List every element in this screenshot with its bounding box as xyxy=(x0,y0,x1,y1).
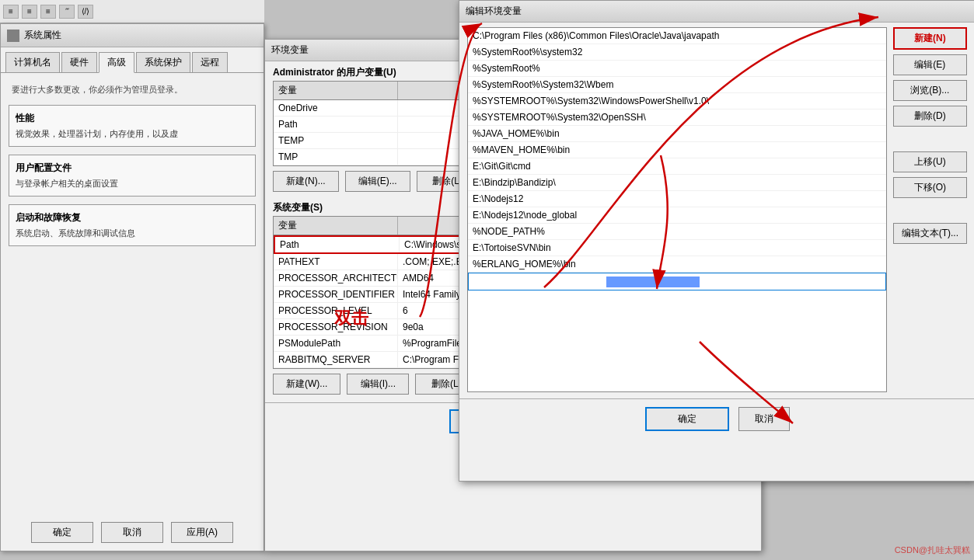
sys-props-tabs: 计算机名 硬件 高级 系统保护 远程 xyxy=(1,47,264,73)
sys-props-bottom-buttons: 确定 取消 应用(A) xyxy=(9,522,256,543)
path-item-2[interactable]: %SystemRoot% xyxy=(468,61,886,77)
tab-system-protection[interactable]: 系统保护 xyxy=(136,52,190,72)
system-var-name-rabbitmq: RABBITMQ_SERVER xyxy=(274,352,398,367)
tab-advanced[interactable]: 高级 xyxy=(99,52,134,73)
toolbar-icon-4[interactable]: ‴ xyxy=(59,5,75,19)
sys-apply-button[interactable]: 应用(A) xyxy=(171,522,233,543)
sys-props-title: 系统属性 xyxy=(24,29,61,42)
path-item-6[interactable]: %JAVA_HOME%\bin xyxy=(468,126,886,142)
path-item-9[interactable]: E:\Bindzip\Bandizip\ xyxy=(468,175,886,191)
path-edit-button[interactable]: 编辑(E) xyxy=(893,54,967,75)
tab-computer-name[interactable]: 计算机名 xyxy=(5,52,60,72)
double-click-annotation: 双击 xyxy=(334,307,368,330)
toolbar-icon-2[interactable]: ≡ xyxy=(22,5,37,19)
path-item-11[interactable]: E:\Nodejs12\node_global xyxy=(468,207,886,224)
spacer xyxy=(893,131,967,147)
system-var-name-proc-arch: PROCESSOR_ARCHITECTURE xyxy=(274,270,398,286)
spacer2 xyxy=(893,203,967,218)
path-move-up-button[interactable]: 上移(U) xyxy=(893,151,967,172)
path-move-down-button[interactable]: 下移(O) xyxy=(893,177,967,198)
system-var-name-path: Path xyxy=(275,237,400,252)
edit-path-bottom-buttons: 确定 取消 xyxy=(459,398,974,439)
path-item-15-cursor xyxy=(606,277,700,287)
system-var-name-pathext: PATHEXT xyxy=(274,254,398,270)
path-item-15-text: %RABBITMQ_SERVER%\sbin xyxy=(473,276,602,287)
user-vars-col-name: 变量 xyxy=(274,82,398,99)
toolbar-icon-1[interactable]: ≡ xyxy=(3,5,19,19)
performance-desc: 视觉效果，处理器计划，内存使用，以及虚 xyxy=(16,128,249,140)
startup-recovery-title: 启动和故障恢复 xyxy=(16,211,249,224)
path-browse-button[interactable]: 浏览(B)... xyxy=(893,80,967,101)
edit-path-title: 编辑环境变量 xyxy=(466,5,522,16)
system-new-button[interactable]: 新建(W)... xyxy=(273,374,340,395)
user-profiles-section: 用户配置文件 与登录帐户相关的桌面设置 xyxy=(9,155,256,197)
path-edit-text-button[interactable]: 编辑文本(T)... xyxy=(893,223,967,244)
edit-path-main-area: C:\Program Files (x86)\Common Files\Orac… xyxy=(467,27,967,392)
path-item-14[interactable]: %ERLANG_HOME%\bin xyxy=(468,256,886,273)
startup-recovery-section: 启动和故障恢复 系统启动、系统故障和调试信息 xyxy=(9,204,256,246)
path-item-0[interactable]: C:\Program Files (x86)\Common Files\Orac… xyxy=(468,28,886,44)
sys-ok-button[interactable]: 确定 xyxy=(31,522,93,543)
startup-recovery-desc: 系统启动、系统故障和调试信息 xyxy=(16,228,249,239)
toolbar-area: ≡ ≡ ≡ ‴ ⟨/⟩ xyxy=(0,0,264,23)
path-item-3[interactable]: %SystemRoot%\System32\Wbem xyxy=(468,77,886,93)
system-edit-button[interactable]: 编辑(I)... xyxy=(347,374,409,395)
path-ok-button[interactable]: 确定 xyxy=(645,407,729,431)
path-item-5[interactable]: %SYSTEMROOT%\System32\OpenSSH\ xyxy=(468,110,886,126)
user-edit-button[interactable]: 编辑(E)... xyxy=(345,171,410,192)
path-item-15[interactable]: %RABBITMQ_SERVER%\sbin xyxy=(468,273,886,290)
user-var-name-onedrive: OneDrive xyxy=(274,100,398,116)
user-var-name-temp: TEMP xyxy=(274,133,398,148)
user-new-button[interactable]: 新建(N)... xyxy=(273,171,339,192)
tab-remote[interactable]: 远程 xyxy=(192,52,228,72)
user-profiles-desc: 与登录帐户相关的桌面设置 xyxy=(16,178,249,190)
system-vars-col-name: 变量 xyxy=(274,217,398,235)
user-profiles-title: 用户配置文件 xyxy=(16,162,249,175)
tab-hardware[interactable]: 硬件 xyxy=(61,52,97,72)
edit-path-window: 编辑环境变量 C:\Program Files (x86)\Common Fil… xyxy=(459,0,974,482)
system-var-name-psmodule: PSModulePath xyxy=(274,336,398,351)
require-admin-notice: 要进行大多数更改，你必须作为管理员登录。 xyxy=(9,81,256,99)
system-properties-window: 系统属性 计算机名 硬件 高级 系统保护 远程 要进行大多数更改，你必须作为管理… xyxy=(0,23,264,551)
env-vars-title: 环境变量 xyxy=(271,44,309,55)
path-delete-button[interactable]: 删除(D) xyxy=(893,106,967,127)
path-item-1[interactable]: %SystemRoot%\system32 xyxy=(468,44,886,61)
watermark: CSDN@扎哇太巽糕 xyxy=(895,544,970,556)
path-item-8[interactable]: E:\Git\Git\cmd xyxy=(468,158,886,175)
sys-props-titlebar: 系统属性 xyxy=(1,24,264,47)
user-var-name-path: Path xyxy=(274,117,398,132)
performance-title: 性能 xyxy=(16,112,249,125)
path-new-button[interactable]: 新建(N) xyxy=(893,27,967,50)
toolbar-icon-5[interactable]: ⟨/⟩ xyxy=(78,5,93,19)
performance-section: 性能 视觉效果，处理器计划，内存使用，以及虚 xyxy=(9,105,256,147)
path-item-4[interactable]: %SYSTEMROOT%\System32\WindowsPowerShell\… xyxy=(468,93,886,110)
edit-path-titlebar: 编辑环境变量 xyxy=(459,1,974,23)
path-cancel-button[interactable]: 取消 xyxy=(738,407,790,431)
sys-cancel-button[interactable]: 取消 xyxy=(101,522,163,543)
sys-props-content: 要进行大多数更改，你必须作为管理员登录。 性能 视觉效果，处理器计划，内存使用，… xyxy=(1,73,264,262)
path-item-13[interactable]: E:\TortoiseSVN\bin xyxy=(468,240,886,256)
sys-props-title-icon xyxy=(7,30,19,42)
toolbar-icon-3[interactable]: ≡ xyxy=(40,5,56,19)
edit-path-right-buttons: 新建(N) 编辑(E) 浏览(B)... 删除(D) 上移(U) 下移(O) 编… xyxy=(887,27,967,392)
path-item-10[interactable]: E:\Nodejs12 xyxy=(468,191,886,207)
path-item-7[interactable]: %MAVEN_HOME%\bin xyxy=(468,142,886,158)
path-item-12[interactable]: %NODE_PATH% xyxy=(468,224,886,240)
path-list[interactable]: C:\Program Files (x86)\Common Files\Orac… xyxy=(467,27,887,392)
system-var-name-proc-id: PROCESSOR_IDENTIFIER xyxy=(274,287,398,302)
user-var-name-tmp: TMP xyxy=(274,149,398,165)
